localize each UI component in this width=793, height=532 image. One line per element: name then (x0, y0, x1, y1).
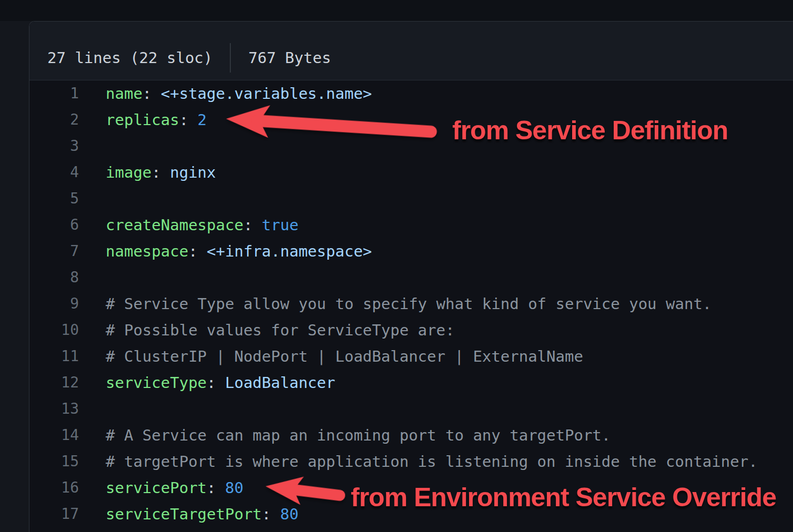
line-number[interactable]: 13 (29, 396, 79, 422)
token-punct: : (262, 505, 280, 523)
code-line: 5 (29, 186, 793, 212)
code-line: 6createNamespace: true (29, 212, 793, 238)
file-header: 27 lines (22 sloc) 767 Bytes (29, 22, 793, 80)
code-text: # targetPort is where application is lis… (106, 448, 758, 475)
token-str: nginx (170, 163, 216, 181)
line-number[interactable]: 3 (29, 133, 79, 159)
token-punct: : (207, 374, 225, 392)
line-number[interactable]: 15 (29, 448, 79, 475)
token-comment: # Service Type allow you to specify what… (106, 295, 711, 313)
token-key: serviceTargetPort (106, 505, 262, 523)
token-punct: : (179, 111, 198, 129)
line-number[interactable]: 12 (29, 370, 79, 396)
token-punct: : (143, 85, 161, 103)
code-text: image: nginx (106, 159, 216, 186)
token-str: LoadBalancer (225, 374, 336, 392)
code-text: replicas: 2 (106, 107, 207, 133)
code-text: # ClusterIP | NodePort | LoadBalancer | … (106, 343, 583, 370)
code-text: createNamespace: true (106, 212, 299, 238)
code-text: # A Service can map an incoming port to … (106, 422, 611, 448)
code-line: 7namespace: <+infra.namespace> (29, 238, 793, 264)
line-number[interactable]: 8 (29, 264, 79, 291)
token-str: <+infra.namespace> (207, 242, 372, 260)
code-line: 13 (29, 396, 793, 422)
token-num: true (262, 216, 299, 234)
code-line: 15# targetPort is where application is l… (29, 448, 793, 475)
code-text: # Possible values for ServiceType are: (106, 317, 454, 343)
token-str: <+stage.variables.name> (161, 85, 372, 103)
token-key: name (106, 85, 143, 103)
top-strip (0, 0, 793, 21)
token-punct: : (207, 479, 225, 497)
token-key: serviceType (106, 374, 207, 392)
code-text: serviceType: LoadBalancer (106, 370, 336, 396)
code-text: servicePort: 80 (106, 475, 243, 501)
code-text: serviceTargetPort: 80 (106, 501, 299, 527)
line-number[interactable]: 14 (29, 422, 79, 448)
token-num: 80 (225, 479, 243, 497)
file-content-box: 27 lines (22 sloc) 767 Bytes 1name: <+st… (29, 21, 793, 532)
code-line: 8 (29, 264, 793, 291)
code-line: 11# ClusterIP | NodePort | LoadBalancer … (29, 343, 793, 370)
file-lines-info: 27 lines (22 sloc) (47, 49, 212, 67)
line-number[interactable]: 16 (29, 475, 79, 501)
code-text: # Service Type allow you to specify what… (106, 291, 711, 317)
code-line: 9# Service Type allow you to specify wha… (29, 291, 793, 317)
token-punct: : (151, 163, 170, 181)
token-num: 2 (198, 111, 207, 129)
token-key: servicePort (106, 479, 207, 497)
token-comment: # A Service can map an incoming port to … (106, 426, 611, 444)
token-comment: # ClusterIP | NodePort | LoadBalancer | … (106, 347, 583, 365)
token-punct: : (188, 242, 207, 260)
line-number[interactable]: 1 (29, 80, 79, 107)
line-number[interactable]: 2 (29, 107, 79, 133)
token-key: replicas (106, 111, 179, 129)
annotation-environment-override: from Environment Service Override (351, 484, 776, 510)
line-number[interactable]: 9 (29, 291, 79, 317)
code-line: 12serviceType: LoadBalancer (29, 370, 793, 396)
line-number[interactable]: 10 (29, 317, 79, 343)
line-number[interactable]: 7 (29, 238, 79, 264)
token-punct: : (243, 216, 262, 234)
line-number[interactable]: 5 (29, 186, 79, 212)
line-number[interactable]: 11 (29, 343, 79, 370)
code-line: 14# A Service can map an incoming port t… (29, 422, 793, 448)
code-line: 10# Possible values for ServiceType are: (29, 317, 793, 343)
annotation-service-definition: from Service Definition (452, 117, 728, 144)
header-divider (230, 43, 231, 73)
token-key: namespace (106, 242, 188, 260)
line-number[interactable]: 4 (29, 159, 79, 186)
file-size-info: 767 Bytes (248, 49, 331, 67)
token-key: image (106, 163, 151, 181)
code-line: 4image: nginx (29, 159, 793, 186)
code-text: namespace: <+infra.namespace> (106, 238, 372, 264)
token-key: createNamespace (106, 216, 243, 234)
code-line: 1name: <+stage.variables.name> (29, 80, 793, 107)
line-number[interactable]: 17 (29, 501, 79, 527)
token-comment: # targetPort is where application is lis… (106, 453, 758, 470)
token-comment: # Possible values for ServiceType are: (106, 321, 454, 339)
line-number[interactable]: 6 (29, 212, 79, 238)
